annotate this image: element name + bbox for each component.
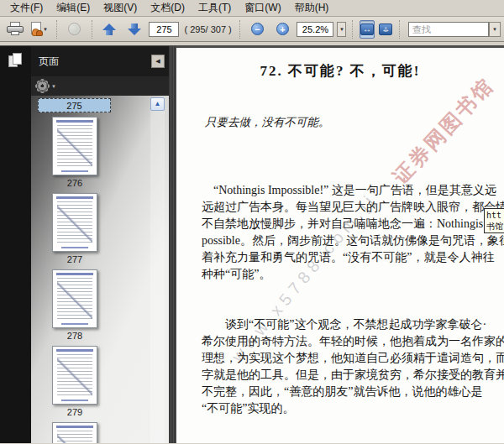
fit-page-button[interactable]: ↔↕ <box>378 20 393 39</box>
thumbnail-item[interactable]: 277 <box>52 193 97 269</box>
pdf-reader-window: 文件(F)编辑(E)视图(V)文档(D)工具(T)窗口(W)帮助(H) ▼ ( … <box>0 0 504 444</box>
menu-item[interactable]: 视图(V) <box>97 0 144 17</box>
navigation-sidebar: 页面 ◀ ▼ 275 <box>0 46 169 443</box>
create-pdf-button[interactable]: ▼ <box>29 19 50 39</box>
thumbnail-page-number: 276 <box>67 178 82 188</box>
menu-item[interactable]: 编辑(E) <box>50 0 97 17</box>
thumbnail-item-partial[interactable] <box>52 422 97 443</box>
page-thumbnail[interactable] <box>52 193 97 252</box>
thumbnail-item[interactable]: 276 <box>52 117 97 193</box>
convert-document-icon <box>31 22 42 37</box>
toolbar-separator <box>239 20 241 39</box>
document-page[interactable]: www.x5788.com.jj 证券网图书馆 72. 不可能? 不，可能! 只… <box>176 46 504 443</box>
zoom-out-button[interactable]: − <box>246 19 268 39</box>
paragraph: 谈到“不可能”这个观念，不禁想起成功学家拿破仑· 希尔使用的奇特方法。年轻的时候… <box>202 316 504 417</box>
globe-icon <box>68 23 81 35</box>
page-thumbnail[interactable] <box>52 269 97 328</box>
chevron-down-icon: ▼ <box>43 27 48 32</box>
zoom-dropdown-button[interactable]: ▼ <box>337 22 346 37</box>
fit-width-button[interactable]: ↔ <box>360 20 375 39</box>
thumbnail-page-number: 277 <box>67 254 82 264</box>
panel-options-row: ▼ <box>31 76 169 96</box>
thumbnail-item[interactable]: 279 <box>52 346 97 422</box>
body-text: “Nothingis Impossible!” 这是一句广告语，但是其意义远 远… <box>202 149 504 443</box>
toolbar-separator <box>56 20 58 39</box>
page-thumbnail[interactable] <box>52 422 97 443</box>
page-thumbnail[interactable] <box>52 117 97 175</box>
arrow-up-icon <box>102 24 117 35</box>
previous-page-button[interactable] <box>98 19 120 39</box>
paragraph: “Nothingis Impossible!” 这是一句广告语，但是其意义远 远… <box>202 182 504 283</box>
collapse-panel-button[interactable]: ◀ <box>151 55 165 68</box>
minus-icon: − <box>251 23 264 35</box>
find-field-group: ▼ <box>408 22 501 37</box>
thumbnail-list: 275 276 <box>31 96 169 443</box>
toolbar: ▼ ( 295/ 307 ) − + ▼ ↔ ↔↕ <box>0 17 504 42</box>
menu-bar: 文件(F)编辑(E)视图(V)文档(D)工具(T)窗口(W)帮助(H) <box>0 0 504 17</box>
pages-panel: 页面 ◀ ▼ 275 <box>31 46 169 443</box>
link-tooltip: htt 书馆 <box>484 208 504 233</box>
panel-splitter[interactable] <box>169 46 176 443</box>
thumbnail-scrollbar[interactable]: ▲ <box>150 97 165 443</box>
pages-panel-icon[interactable] <box>8 53 24 70</box>
menu-item[interactable]: 文档(D) <box>144 0 192 17</box>
pages-panel-title: 页面 <box>39 55 59 69</box>
page-count-label: ( 295/ 307 ) <box>184 24 231 34</box>
next-page-button[interactable] <box>123 19 145 39</box>
chapter-epigraph: 只要去做，没有不可能。 <box>205 115 504 130</box>
fit-page-icon: ↔↕ <box>379 24 392 35</box>
selected-thumbnail-label[interactable]: 275 <box>38 98 111 112</box>
page-number-input[interactable] <box>149 22 179 37</box>
menu-item[interactable]: 窗口(W) <box>238 0 287 17</box>
menu-item[interactable]: 文件(F) <box>3 0 50 17</box>
menu-item[interactable]: 工具(T) <box>192 0 238 17</box>
scrollbar-track[interactable] <box>150 111 165 443</box>
chapter-title: 72. 不可能? 不，可能! <box>176 61 504 81</box>
zoom-level-input[interactable] <box>297 22 333 37</box>
chevron-down-icon: ▼ <box>339 27 344 32</box>
plus-icon: + <box>276 23 289 35</box>
pages-panel-header: 页面 ◀ <box>31 46 169 76</box>
print-button[interactable] <box>3 19 25 39</box>
chevron-down-icon: ▼ <box>492 27 497 32</box>
thumbnail-item[interactable]: 278 <box>52 269 97 346</box>
content-area: 页面 ◀ ▼ 275 <box>0 46 504 443</box>
thumbnail-page-number: 278 <box>67 331 82 341</box>
toolbar-separator <box>92 20 93 39</box>
zoom-in-button[interactable]: + <box>271 19 293 39</box>
printer-icon <box>6 22 23 36</box>
page-thumbnail[interactable] <box>52 346 97 405</box>
options-gear-icon[interactable] <box>37 81 48 91</box>
toolbar-separator <box>399 20 401 39</box>
thumbnail-page-number: 279 <box>67 407 82 417</box>
find-input[interactable] <box>408 22 489 37</box>
navigation-tabs-column <box>0 46 31 443</box>
arrow-down-icon <box>127 24 142 35</box>
find-dropdown-button[interactable]: ▼ <box>489 22 501 37</box>
fit-width-icon: ↔ <box>360 24 374 35</box>
collaborate-button <box>64 19 86 39</box>
toolbar-separator <box>352 20 354 39</box>
menu-item[interactable]: 帮助(H) <box>288 0 336 17</box>
scroll-up-button[interactable]: ▲ <box>150 97 165 111</box>
